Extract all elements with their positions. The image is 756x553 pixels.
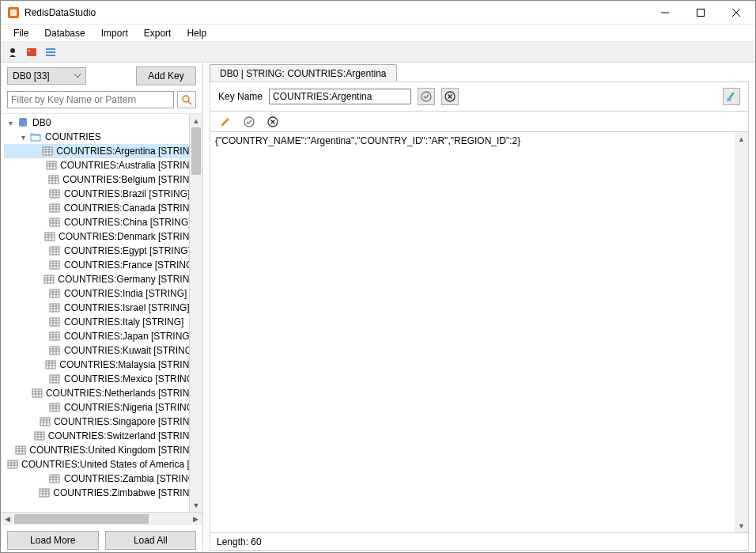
tree-node-key[interactable]: COUNTRIES:Switzerland [STRING]: [4, 429, 202, 443]
svg-rect-11: [46, 55, 55, 56]
toolbar-list-icon[interactable]: [43, 45, 58, 59]
grid-icon: [49, 403, 60, 412]
tree-node-key[interactable]: COUNTRIES:Japan [STRING]: [4, 329, 202, 343]
value-vertical-scrollbar[interactable]: ▲ ▼: [735, 132, 748, 532]
value-area[interactable]: {"COUNTRY_NAME":"Argentina","COUNTRY_ID"…: [210, 131, 748, 532]
expander-icon[interactable]: ▾: [6, 119, 15, 127]
tree-node-key[interactable]: COUNTRIES:Nigeria [STRING]: [4, 400, 202, 415]
keyname-delete-button[interactable]: [441, 88, 459, 105]
folder-open-icon: [30, 132, 41, 142]
grid-icon: [32, 388, 43, 398]
grid-icon: [40, 417, 51, 426]
tree-node-key[interactable]: COUNTRIES:Zambia [STRING]: [4, 472, 202, 486]
key-tree[interactable]: ▾DB0▾COUNTRIESCOUNTRIES:Argentina [STRIN…: [1, 114, 202, 502]
filter-search-button[interactable]: [177, 91, 196, 108]
grid-icon: [46, 161, 57, 170]
window-title: RedisDataStudio: [25, 7, 647, 18]
status-bar: Length: 60: [210, 532, 748, 550]
tree-node-key[interactable]: COUNTRIES:Singapore [STRING]: [4, 415, 202, 429]
tree-label: COUNTRIES:Nigeria [STRING]: [64, 402, 196, 413]
menu-import[interactable]: Import: [93, 26, 136, 40]
tree-node-key[interactable]: COUNTRIES:France [STRING]: [4, 258, 202, 272]
tree-node-key[interactable]: COUNTRIES:Mexico [STRING]: [4, 372, 202, 386]
tree-node-key[interactable]: COUNTRIES:Egypt [STRING]: [4, 244, 202, 258]
tree-vertical-scrollbar[interactable]: ▲ ▼: [189, 114, 202, 512]
value-toolbar: [210, 111, 748, 131]
value-confirm-button[interactable]: [240, 113, 258, 131]
tree-node-key[interactable]: COUNTRIES:Brazil [STRING]: [4, 187, 202, 201]
tree-label: COUNTRIES:Argentina [STRING]: [56, 146, 199, 157]
scroll-thumb-horizontal[interactable]: [14, 514, 149, 524]
tree-node-key[interactable]: COUNTRIES:Denmark [STRING]: [4, 229, 202, 244]
svg-point-12: [183, 96, 189, 102]
svg-rect-135: [40, 489, 49, 497]
tree-node-key[interactable]: COUNTRIES:Netherlands [STRING]: [4, 386, 202, 400]
grid-icon: [49, 189, 60, 199]
svg-point-6: [10, 48, 15, 53]
keyname-clean-button[interactable]: [723, 88, 740, 105]
svg-rect-10: [46, 51, 55, 53]
tree-node-key[interactable]: COUNTRIES:Argentina [STRING]: [4, 144, 202, 158]
tree-node-key[interactable]: COUNTRIES:Kuwait [STRING]: [4, 343, 202, 358]
tree-node-key[interactable]: COUNTRIES:United States of America [STRI…: [4, 457, 202, 472]
tree-node-key[interactable]: COUNTRIES:United Kingdom [STRING]: [4, 443, 202, 457]
tree-label: COUNTRIES:Italy [STRING]: [64, 316, 183, 328]
keyname-input[interactable]: [269, 89, 411, 104]
tree-horizontal-scrollbar[interactable]: ◀ ▶: [1, 512, 202, 525]
scroll-down-icon[interactable]: ▼: [190, 498, 202, 512]
scroll-thumb[interactable]: [191, 127, 201, 175]
menu-export[interactable]: Export: [136, 26, 180, 40]
scroll-down-icon[interactable]: ▼: [735, 519, 748, 532]
tree-node-key[interactable]: COUNTRIES:Australia [STRING]: [4, 158, 202, 172]
toolbar-connection-icon[interactable]: [6, 45, 20, 59]
tree-node-key[interactable]: COUNTRIES:India [STRING]: [4, 286, 202, 301]
tab-strip: DB0 | STRING: COUNTRIES:Argentina: [203, 62, 755, 81]
keyname-confirm-button[interactable]: [418, 88, 435, 105]
keyname-label: Key Name: [218, 91, 263, 102]
grid-icon: [39, 488, 50, 498]
svg-rect-100: [32, 389, 42, 397]
load-more-button[interactable]: Load More: [7, 531, 99, 550]
svg-rect-20: [47, 161, 56, 169]
main-toolbar: [1, 42, 755, 62]
database-icon: [17, 117, 28, 128]
app-icon: [7, 6, 20, 19]
value-cancel-button[interactable]: [264, 113, 282, 131]
scroll-left-icon[interactable]: ◀: [1, 513, 14, 526]
status-length: Length: 60: [217, 536, 262, 547]
load-all-button[interactable]: Load All: [105, 531, 197, 550]
tree-node-key[interactable]: COUNTRIES:Italy [STRING]: [4, 315, 202, 329]
window-minimize-button[interactable]: [647, 1, 682, 24]
menu-file[interactable]: File: [6, 26, 36, 40]
tree-node-key[interactable]: COUNTRIES:China [STRING]: [4, 215, 202, 229]
value-edit-button[interactable]: [217, 113, 234, 131]
menu-help[interactable]: Help: [179, 26, 214, 40]
window-maximize-button[interactable]: [682, 1, 718, 24]
tree-label: COUNTRIES:Zimbabwe [STRING]: [53, 487, 199, 498]
sidebar: DB0 [33] Add Key ▾DB0▾COUNTRIESCOUNTRIES…: [1, 62, 203, 553]
scroll-right-icon[interactable]: ▶: [189, 513, 202, 526]
tree-node-key[interactable]: COUNTRIES:Germany [STRING]: [4, 272, 202, 286]
database-selector[interactable]: DB0 [33]: [7, 67, 86, 85]
svg-rect-85: [50, 347, 59, 354]
tree-label: COUNTRIES:Australia [STRING]: [60, 160, 199, 171]
svg-rect-30: [50, 190, 59, 198]
toolbar-server-icon[interactable]: [25, 45, 39, 59]
expander-icon[interactable]: ▾: [18, 133, 28, 142]
scroll-up-icon[interactable]: ▲: [190, 114, 202, 127]
tree-node-group[interactable]: ▾COUNTRIES: [4, 130, 202, 144]
tree-node-key[interactable]: COUNTRIES:Zimbabwe [STRING]: [4, 486, 202, 500]
tree-node-key[interactable]: COUNTRIES:Israel [STRING]: [4, 301, 202, 315]
scroll-up-icon[interactable]: ▲: [735, 132, 748, 146]
tree-node-key[interactable]: COUNTRIES:Malaysia [STRING]: [4, 358, 202, 372]
tree-node-key[interactable]: COUNTRIES:Belgium [STRING]: [4, 172, 202, 187]
window-titlebar: RedisDataStudio: [1, 1, 755, 25]
filter-input[interactable]: [7, 91, 174, 108]
add-key-button[interactable]: Add Key: [136, 66, 196, 85]
tree-node-database[interactable]: ▾DB0: [4, 116, 202, 130]
tab-key-detail[interactable]: DB0 | STRING: COUNTRIES:Argentina: [210, 64, 397, 81]
tree-node-key[interactable]: COUNTRIES:Canada [STRING]: [4, 201, 202, 215]
window-close-button[interactable]: [718, 1, 754, 24]
tree-label: COUNTRIES:United States of America [STRI…: [21, 459, 202, 470]
menu-database[interactable]: Database: [36, 26, 93, 40]
